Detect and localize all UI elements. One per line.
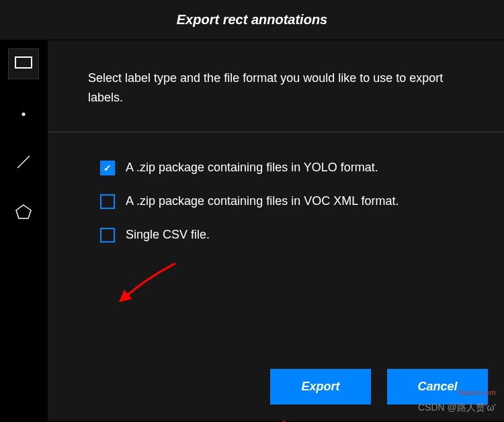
export-button[interactable]: Export [270, 369, 371, 405]
svg-line-2 [17, 156, 30, 168]
line-icon [15, 154, 32, 173]
option-yolo: ✓ A .zip package containing files in YOL… [100, 161, 452, 175]
option-label: A .zip package containing files in YOLO … [126, 161, 378, 175]
dialog-header: Export rect annotations [0, 0, 504, 40]
svg-rect-0 [15, 57, 32, 68]
checkbox-csv[interactable] [100, 228, 115, 243]
instruction-section: Select label type and the file format yo… [48, 40, 504, 132]
point-icon [21, 108, 26, 120]
option-label: A .zip package containing files in VOC X… [126, 194, 399, 208]
polygon-icon [15, 203, 32, 223]
line-tool[interactable] [8, 148, 39, 179]
option-csv: Single CSV file. [100, 228, 452, 243]
checkbox-yolo[interactable]: ✓ [100, 161, 115, 175]
rect-icon [15, 56, 32, 71]
option-voc: A .zip package containing files in VOC X… [100, 194, 452, 209]
main-container: Select label type and the file format yo… [0, 40, 504, 421]
tool-sidebar [0, 40, 47, 421]
watermark-author: CSDN @路人贾'ω' [418, 402, 496, 414]
point-tool[interactable] [8, 98, 39, 129]
svg-point-1 [22, 113, 26, 116]
rect-tool[interactable] [8, 48, 39, 79]
checkbox-voc[interactable] [100, 194, 115, 209]
svg-marker-3 [16, 205, 31, 218]
polygon-tool[interactable] [8, 198, 39, 228]
content-area: Select label type and the file format yo… [47, 40, 504, 421]
watermark-site: Yuucn.com [458, 387, 496, 398]
options-section: ✓ A .zip package containing files in YOL… [48, 132, 504, 421]
instruction-text: Select label type and the file format yo… [88, 69, 464, 108]
check-icon: ✓ [103, 163, 112, 173]
dialog-title: Export rect annotations [0, 12, 504, 28]
option-label: Single CSV file. [126, 228, 210, 242]
annotation-arrow-icon [115, 257, 182, 306]
